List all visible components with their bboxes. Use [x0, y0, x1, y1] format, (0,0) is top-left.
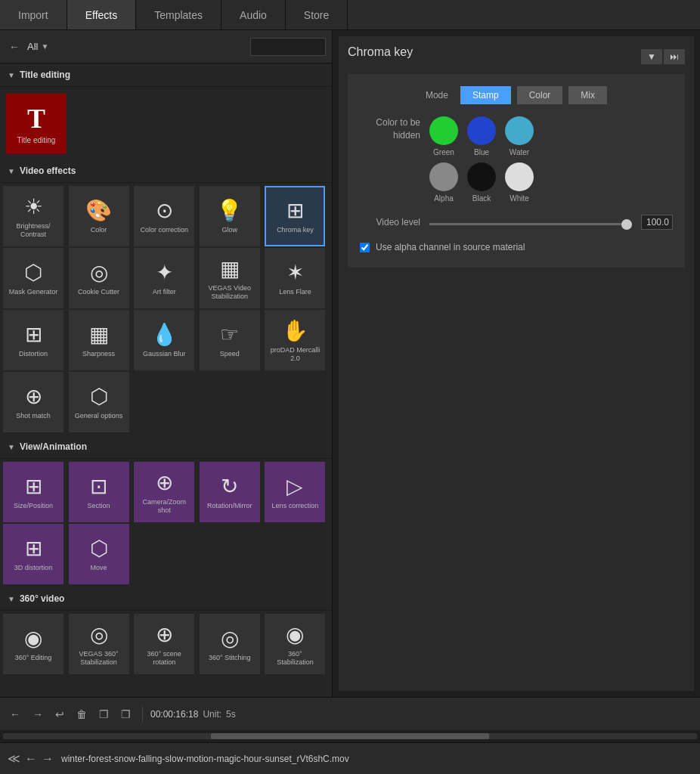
color-black-label: Black [472, 194, 491, 203]
glow-label: Glow [222, 226, 238, 234]
video-level-slider[interactable] [429, 223, 632, 225]
general-options-icon: ⬡ [90, 384, 108, 409]
move-icon: ⬡ [90, 536, 108, 561]
color-black-circle [467, 163, 496, 191]
effect-sharpness[interactable]: ▦ Sharpness [69, 310, 129, 370]
view-animation-section-header[interactable]: ▼ View/Animation [0, 435, 332, 459]
effect-section[interactable]: ⊡ Section [69, 462, 129, 522]
color-green-label: Green [433, 148, 454, 156]
360-stabilization-label: 360° Stabilization [269, 650, 321, 667]
video-effects-section-header[interactable]: ▼ Video effects [0, 159, 332, 183]
effect-rotation-mirror[interactable]: ↻ Rotation/Mirror [200, 462, 260, 522]
color-alpha-option[interactable]: Alpha [429, 163, 458, 203]
mask-generator-label: Mask Generator [9, 288, 58, 296]
mode-mix-button[interactable]: Mix [568, 86, 607, 104]
filter-all-label: All [27, 41, 38, 52]
mode-stamp-button[interactable]: Stamp [460, 86, 511, 104]
timeline-copy-button-2[interactable]: ❐ [117, 707, 135, 722]
tab-store[interactable]: Store [286, 0, 348, 29]
360-stitching-icon: ◎ [221, 626, 239, 651]
effect-general-options[interactable]: ⬡ General options [69, 372, 129, 432]
mode-color-button[interactable]: Color [517, 86, 563, 104]
color-water-option[interactable]: Water [505, 116, 534, 156]
effect-camera-zoom[interactable]: ⊕ Camera/Zoom shot [134, 462, 194, 522]
effect-360-editing[interactable]: ◉ 360° Editing [3, 614, 63, 674]
chroma-skip-btn[interactable]: ⏭ [664, 49, 685, 64]
shot-match-label: Shot match [16, 412, 51, 420]
color-black-option[interactable]: Black [467, 163, 496, 203]
effect-shot-match[interactable]: ⊕ Shot match [3, 372, 63, 432]
title-editing-card[interactable]: T Title editing [6, 93, 67, 153]
art-filter-icon: ✦ [156, 260, 173, 285]
effect-gaussian-blur[interactable]: 💧 Gaussian Blur [134, 310, 194, 370]
tab-templates[interactable]: Templates [136, 0, 221, 29]
effect-prodad[interactable]: ✋ proDAD Mercalli 2.0 [265, 310, 325, 370]
tab-import[interactable]: Import [0, 0, 67, 29]
effect-color-correction[interactable]: ⊙ Color correction [134, 186, 194, 246]
effect-lens-flare[interactable]: ✶ Lens Flare [265, 248, 325, 308]
gaussian-blur-icon: 💧 [151, 322, 178, 347]
360-scene-rotation-label: 360° scene rotation [138, 650, 190, 667]
effect-360-stitching[interactable]: ◎ 360° Stitching [200, 614, 260, 674]
tab-audio[interactable]: Audio [221, 0, 286, 29]
alpha-channel-checkbox[interactable] [360, 243, 370, 252]
distortion-label: Distortion [19, 350, 48, 358]
color-green-option[interactable]: Green [429, 116, 458, 156]
filter-arrow-icon: ▼ [41, 42, 48, 51]
effect-mask-generator[interactable]: ⬡ Mask Generator [3, 248, 63, 308]
effect-360-stabilization[interactable]: ◉ 360° Stabilization [265, 614, 325, 674]
effect-color[interactable]: 🎨 Color [69, 186, 129, 246]
timeline-back-button[interactable]: ← [6, 707, 24, 722]
effect-distortion[interactable]: ⊞ Distortion [3, 310, 63, 370]
effect-size-position[interactable]: ⊞ Size/Position [3, 462, 63, 522]
search-input[interactable] [250, 38, 326, 56]
title-editing-section: T Title editing [0, 87, 332, 159]
view-animation-label: View/Animation [20, 441, 87, 452]
effect-vegas-video-stab[interactable]: ▦ VEGAS Video Stabilization [200, 248, 260, 308]
timeline-delete-button[interactable]: 🗑 [73, 707, 91, 722]
effects-scroll-area[interactable]: ▼ Title editing T Title editing ▼ Video … [0, 63, 332, 697]
effect-move[interactable]: ⬡ Move [69, 524, 129, 584]
timeline-scrollbar[interactable] [0, 730, 700, 742]
chroma-dropdown-btn[interactable]: ▼ [641, 49, 662, 64]
move-label: Move [91, 564, 107, 572]
file-name: winter-forest-snow-falling-slow-motion-m… [61, 754, 349, 764]
view-animation-collapse-icon: ▼ [8, 443, 15, 451]
filter-dropdown[interactable]: All ▼ [27, 41, 246, 52]
glow-icon: 💡 [216, 198, 243, 223]
effect-cookie-cutter[interactable]: ◎ Cookie Cutter [69, 248, 129, 308]
effect-speed[interactable]: ☞ Speed [200, 310, 260, 370]
tab-effects[interactable]: Effects [67, 0, 137, 29]
color-to-hide-section: Color to behidden Green Blue [360, 116, 673, 203]
chroma-key-panel: Chroma key ▼ ⏭ Mode Stamp Color Mix Colo… [339, 36, 694, 691]
360-video-section-header[interactable]: ▼ 360° video [0, 587, 332, 611]
timeline-copy-button-1[interactable]: ❐ [95, 707, 113, 722]
filter-back-button[interactable]: ← [6, 39, 23, 54]
file-bar-forward-button[interactable]: → [42, 751, 54, 766]
effect-art-filter[interactable]: ✦ Art filter [134, 248, 194, 308]
vegas-360-stab-label: VEGAS 360° Stabilization [73, 650, 125, 667]
file-bar-double-chevron-button[interactable]: ≪ [8, 751, 20, 766]
lens-flare-label: Lens Flare [279, 288, 311, 296]
effect-lens-correction[interactable]: ▷ Lens correction [265, 462, 325, 522]
timeline-undo-button[interactable]: ↩ [51, 707, 68, 722]
file-bar-back-button[interactable]: ← [25, 751, 37, 766]
effect-vegas-360-stab[interactable]: ◎ VEGAS 360° Stabilization [69, 614, 129, 674]
title-editing-section-header[interactable]: ▼ Title editing [0, 63, 332, 87]
speed-label: Speed [220, 350, 240, 358]
timeline-forward-button[interactable]: → [29, 707, 47, 722]
effect-brightness-contrast[interactable]: ☀ Brightness/Contrast [3, 186, 63, 246]
color-blue-label: Blue [474, 148, 489, 156]
color-blue-option[interactable]: Blue [467, 116, 496, 156]
speed-icon: ☞ [220, 322, 239, 347]
lens-correction-label: Lens correction [272, 502, 319, 510]
effect-3d-distortion[interactable]: ⊞ 3D distortion [3, 524, 63, 584]
effect-360-scene-rotation[interactable]: ⊕ 360° scene rotation [134, 614, 194, 674]
color-white-option[interactable]: White [505, 163, 534, 203]
360-video-grid: ◉ 360° Editing ◎ VEGAS 360° Stabilizatio… [0, 611, 332, 677]
timeline-unit-label: Unit: [203, 709, 221, 720]
alpha-channel-label[interactable]: Use alpha channel in source material [376, 242, 525, 252]
title-card-label: Title editing [17, 136, 56, 144]
effect-glow[interactable]: 💡 Glow [200, 186, 260, 246]
effect-chroma-key[interactable]: ⊞ Chroma key [265, 186, 325, 246]
